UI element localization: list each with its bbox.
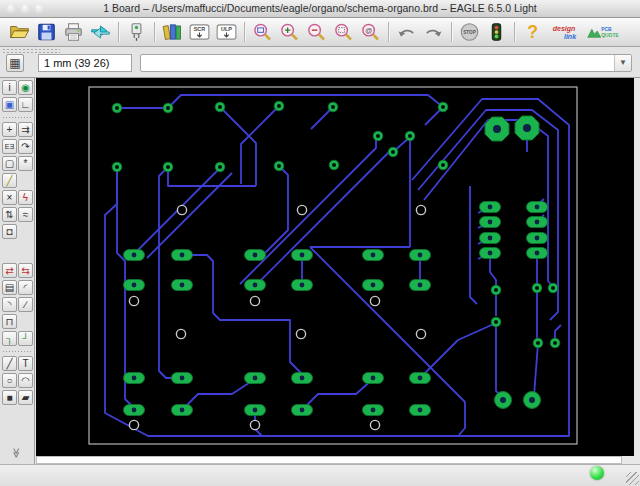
pcb-pad-hole <box>371 283 376 288</box>
stop-button[interactable]: STOP <box>457 20 482 44</box>
rect-tool-button[interactable]: ■ <box>2 390 17 405</box>
mirror-tool-button[interactable]: EƎ <box>2 139 17 154</box>
pcb-pad-hole <box>277 104 281 108</box>
info-tool-button[interactable]: i <box>2 80 17 95</box>
rotate-tool-button[interactable]: ↷ <box>18 139 33 154</box>
pcb-drill-hole[interactable] <box>129 420 138 429</box>
save-button[interactable] <box>34 20 59 44</box>
pcb-trace[interactable] <box>302 379 373 410</box>
zoom-out-button[interactable] <box>304 20 329 44</box>
pcb-drill-hole[interactable] <box>416 205 425 214</box>
arc2-tool-button[interactable]: ◠ <box>18 373 33 388</box>
ripup-route-tool-button[interactable]: ┘ <box>18 331 33 346</box>
route-tool-button[interactable]: ┐ <box>2 331 17 346</box>
pcb-pad-hole <box>115 165 119 169</box>
pcb-trace[interactable] <box>470 186 477 304</box>
line-tool-button[interactable]: ∕ <box>18 297 33 312</box>
pcb-drill-hole[interactable] <box>250 296 259 305</box>
pcb-drill-hole[interactable] <box>176 329 185 338</box>
design-link-button[interactable]: designlink <box>547 20 583 44</box>
lock-tool-button[interactable]: ◘ <box>2 224 17 239</box>
pcb-trace[interactable] <box>159 167 180 378</box>
smash-tool-button[interactable]: * <box>18 156 33 171</box>
print-button[interactable] <box>61 20 86 44</box>
pcb-drill-hole[interactable] <box>177 205 186 214</box>
pcb-drill-hole[interactable] <box>370 420 379 429</box>
help-button[interactable]: ? <box>520 20 545 44</box>
circle-tool-button[interactable]: ○ <box>2 373 17 388</box>
pcb-trace[interactable] <box>182 255 302 378</box>
pcb-trace[interactable] <box>420 323 496 378</box>
pcb-trace[interactable] <box>168 95 443 108</box>
pcb-quote-button[interactable]: PCBQUOTE <box>585 20 621 44</box>
copy-tool-button[interactable]: ⇉ <box>18 122 33 137</box>
combo-dropdown-arrow[interactable]: ▼ <box>614 55 631 71</box>
pcb-drill-hole[interactable] <box>297 205 306 214</box>
toolbar-group: ?designlinkPCBQUOTE <box>519 20 622 44</box>
delete-tool-button[interactable]: × <box>2 190 17 205</box>
run-script-button[interactable]: SCR <box>187 20 212 44</box>
pcb-drill-hole[interactable] <box>129 296 138 305</box>
optimize-tool-button[interactable]: ≈ <box>18 207 33 222</box>
pcb-pad-hole <box>132 376 137 381</box>
miter-tool-button[interactable]: ◜ <box>18 280 33 295</box>
smd-tool-button[interactable]: ▤ <box>2 280 17 295</box>
status-led <box>590 466 604 480</box>
svg-text:PCB: PCB <box>601 27 612 32</box>
zoom-redraw-button[interactable]: @ <box>358 20 383 44</box>
pcb-pad-hole <box>535 220 540 225</box>
command-input[interactable] <box>143 55 615 73</box>
pcb-trace[interactable] <box>496 322 502 397</box>
pcb-drill-hole[interactable] <box>296 329 305 338</box>
wire2-tool-button[interactable]: ╱ <box>2 356 17 371</box>
pcb-pad-hole <box>535 251 540 256</box>
run-ulp-button[interactable]: ULP <box>214 20 239 44</box>
pcb-pad-hole <box>441 163 445 167</box>
undo-button[interactable] <box>394 20 419 44</box>
pcb-pad-hole <box>132 283 137 288</box>
pcb-drill-hole[interactable] <box>250 420 259 429</box>
pcb-trace[interactable] <box>241 106 279 184</box>
pcb-drawing[interactable] <box>36 78 634 456</box>
pcb-trace[interactable] <box>534 343 538 396</box>
open-button[interactable] <box>7 20 32 44</box>
display-tool-button[interactable]: ▣ <box>2 97 17 112</box>
mark-tool-button[interactable]: ∟ <box>18 97 33 112</box>
pinswap-tool-button[interactable]: ⇄ <box>2 263 17 278</box>
pcb-drill-hole[interactable] <box>416 329 425 338</box>
move-tool-button[interactable]: + <box>2 122 17 137</box>
grid-button[interactable]: ▦ <box>6 54 24 72</box>
board-canvas[interactable] <box>36 78 634 456</box>
traffic-light-button[interactable] <box>484 20 509 44</box>
ripup-tool-button[interactable]: ϟ <box>18 190 33 205</box>
gateswap-tool-button[interactable]: ⇆ <box>18 263 33 278</box>
board-outline[interactable] <box>89 87 577 444</box>
library-button[interactable] <box>160 20 185 44</box>
zoom-in-icon <box>278 21 301 43</box>
toolbar-separator <box>154 22 155 42</box>
show-tool-button[interactable]: ◉ <box>18 80 33 95</box>
group-tool-button[interactable]: ▢ <box>2 156 17 171</box>
cam-processor-button[interactable] <box>88 20 113 44</box>
redo-button[interactable] <box>421 20 446 44</box>
zoom-in-button[interactable] <box>277 20 302 44</box>
pcb-trace[interactable] <box>310 247 465 435</box>
resize-grip[interactable] <box>626 472 639 485</box>
pcb-trace[interactable] <box>105 99 569 436</box>
pcb-drill-hole[interactable] <box>370 296 379 305</box>
pcb-pad-hole <box>331 105 335 109</box>
arc-tool-button[interactable]: ◝ <box>2 297 17 312</box>
signal-tool-button[interactable]: ⊓ <box>2 314 17 329</box>
zoom-select-button[interactable] <box>331 20 356 44</box>
split-tool-button[interactable]: ⇅ <box>2 207 17 222</box>
pcb-trace[interactable] <box>220 107 256 186</box>
text-tool-button[interactable]: T <box>18 356 33 371</box>
pcb-trace[interactable] <box>182 379 255 410</box>
add-part-button[interactable] <box>124 20 149 44</box>
polygon-tool-button[interactable]: ▰ <box>18 390 33 405</box>
wire-tool-button[interactable]: ╱ <box>2 173 17 188</box>
pcb-trace[interactable] <box>250 152 389 291</box>
zoom-fit-button[interactable] <box>250 20 275 44</box>
more-tools-button[interactable]: ≫ <box>10 445 24 461</box>
pcb-trace[interactable] <box>240 140 376 284</box>
